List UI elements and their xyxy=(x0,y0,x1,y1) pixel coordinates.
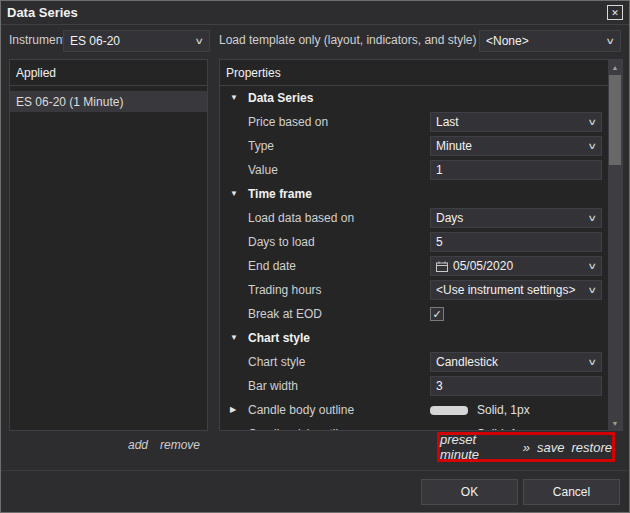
property-label: Chart style xyxy=(248,355,430,369)
preset-minute-link[interactable]: preset minute xyxy=(440,432,516,462)
properties-scrollbar[interactable]: ▲ ▼ xyxy=(608,60,622,430)
category-row-data-series[interactable]: ▼ Data Series xyxy=(220,86,608,110)
collapse-triangle-icon[interactable]: ▼ xyxy=(230,334,248,342)
property-row: Trading hours <Use instrument settings> … xyxy=(220,278,608,302)
property-row: Type Minute ∨ xyxy=(220,134,608,158)
ok-button[interactable]: OK xyxy=(421,479,518,505)
property-row: Bar width 3 xyxy=(220,374,608,398)
save-preset-link[interactable]: save xyxy=(537,440,564,455)
template-select[interactable]: <None> ∨ xyxy=(479,30,621,52)
line-style-swatch xyxy=(430,406,468,415)
property-label: Candle body outline xyxy=(248,403,430,417)
property-grid: ▼ Data Series Price based on Last ∨ Type… xyxy=(220,86,608,430)
applied-actions: add remove xyxy=(9,438,208,452)
line-style-swatch xyxy=(430,430,468,431)
category-row-time-frame[interactable]: ▼ Time frame xyxy=(220,182,608,206)
chevron-down-icon: ∨ xyxy=(588,118,598,127)
candle-body-outline-value[interactable]: Solid, 1px xyxy=(430,403,530,417)
property-row-clipped: ▶ Candle wick outline Solid, 1px xyxy=(220,422,608,430)
applied-panel: Applied ES 06-20 (1 Minute) xyxy=(9,59,208,431)
applied-list-item[interactable]: ES 06-20 (1 Minute) xyxy=(10,91,207,112)
restore-preset-link[interactable]: restore xyxy=(572,440,612,455)
template-value: <None> xyxy=(486,34,529,48)
category-label: Time frame xyxy=(248,187,608,201)
chevron-down-icon: ∨ xyxy=(195,37,205,46)
property-label: End date xyxy=(248,259,430,273)
chart-style-select[interactable]: Candlestick ∨ xyxy=(430,352,602,372)
property-label: Days to load xyxy=(248,235,430,249)
type-select[interactable]: Minute ∨ xyxy=(430,136,602,156)
expand-triangle-icon[interactable]: ▶ xyxy=(230,406,248,414)
applied-header: Applied xyxy=(10,60,207,86)
category-label: Data Series xyxy=(248,91,608,105)
applied-list: ES 06-20 (1 Minute) xyxy=(10,86,207,112)
property-label: Price based on xyxy=(248,115,430,129)
category-row-chart-style[interactable]: ▼ Chart style xyxy=(220,326,608,350)
end-date-picker[interactable]: 05/05/2020 ∨ xyxy=(430,256,602,276)
template-label: Load template only (layout, indicators, … xyxy=(219,33,476,47)
property-label: Trading hours xyxy=(248,283,430,297)
collapse-triangle-icon[interactable]: ▼ xyxy=(230,190,248,198)
scroll-up-icon[interactable]: ▲ xyxy=(608,60,622,74)
preset-separator: » xyxy=(523,440,530,455)
check-icon: ✓ xyxy=(432,309,441,320)
data-series-dialog: Data Series ✕ Instrument ES 06-20 ∨ Load… xyxy=(0,0,630,513)
property-label: Type xyxy=(248,139,430,153)
property-label: Value xyxy=(248,163,430,177)
property-row: Days to load 5 xyxy=(220,230,608,254)
property-row: Price based on Last ∨ xyxy=(220,110,608,134)
chevron-down-icon: ∨ xyxy=(588,286,598,295)
property-row: Load data based on Days ∨ xyxy=(220,206,608,230)
value-input[interactable]: 1 xyxy=(430,160,602,180)
window-title: Data Series xyxy=(7,5,78,20)
property-row: Value 1 xyxy=(220,158,608,182)
cancel-button[interactable]: Cancel xyxy=(523,479,620,505)
load-data-based-on-select[interactable]: Days ∨ xyxy=(430,208,602,228)
dialog-footer: OK Cancel xyxy=(1,470,629,512)
days-to-load-input[interactable]: 5 xyxy=(430,232,602,252)
property-label: Bar width xyxy=(248,379,430,393)
chevron-down-icon: ∨ xyxy=(606,37,616,46)
property-row: Chart style Candlestick ∨ xyxy=(220,350,608,374)
scroll-down-icon[interactable]: ▼ xyxy=(608,416,622,430)
properties-panel: Properties ▼ Data Series Price based on … xyxy=(219,59,623,431)
close-icon: ✕ xyxy=(611,8,619,18)
remove-link[interactable]: remove xyxy=(160,438,200,452)
collapse-triangle-icon[interactable]: ▼ xyxy=(230,94,248,102)
instrument-label: Instrument xyxy=(9,33,66,47)
property-row: ▶ Candle body outline Solid, 1px xyxy=(220,398,608,422)
break-at-eod-checkbox[interactable]: ✓ xyxy=(430,307,444,321)
annotation-highlight: preset minute » save restore xyxy=(437,432,615,462)
property-row: Break at EOD ✓ xyxy=(220,302,608,326)
add-link[interactable]: add xyxy=(128,438,148,452)
bar-width-input[interactable]: 3 xyxy=(430,376,602,396)
calendar-icon xyxy=(436,261,448,272)
property-label: Load data based on xyxy=(248,211,430,225)
price-based-on-select[interactable]: Last ∨ xyxy=(430,112,602,132)
instrument-value: ES 06-20 xyxy=(70,34,120,48)
chevron-down-icon: ∨ xyxy=(588,262,598,271)
property-label: Candle wick outline xyxy=(248,427,430,430)
candle-wick-outline-value[interactable]: Solid, 1px xyxy=(430,427,530,430)
chevron-down-icon: ∨ xyxy=(588,214,598,223)
category-label: Chart style xyxy=(248,331,608,345)
property-label: Break at EOD xyxy=(248,307,430,321)
scrollbar-thumb[interactable] xyxy=(609,75,621,165)
properties-header: Properties xyxy=(220,60,608,86)
property-row: End date 05/05/2020 ∨ xyxy=(220,254,608,278)
title-bar[interactable]: Data Series ✕ xyxy=(1,1,629,25)
close-button[interactable]: ✕ xyxy=(607,5,623,20)
instrument-select[interactable]: ES 06-20 ∨ xyxy=(63,30,210,52)
trading-hours-select[interactable]: <Use instrument settings> ∨ xyxy=(430,280,602,300)
chevron-down-icon: ∨ xyxy=(588,358,598,367)
chevron-down-icon: ∨ xyxy=(588,142,598,151)
toolbar: Instrument ES 06-20 ∨ Load template only… xyxy=(1,29,629,53)
